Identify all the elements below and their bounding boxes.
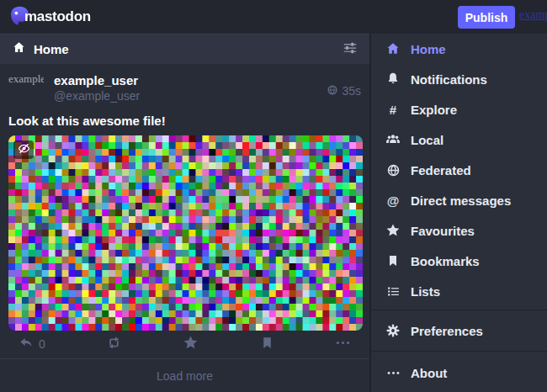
navigation-panel: Home Notifications # Explore Local: [371, 34, 547, 392]
sidebar-item-label: Favourites: [411, 224, 475, 238]
sidebar-item-label: About: [411, 366, 447, 380]
globe-icon: [385, 163, 401, 177]
users-icon: [385, 132, 401, 147]
bookmark-icon: [385, 254, 401, 268]
eye-slash-icon: [18, 142, 30, 157]
column-title: Home: [34, 42, 69, 56]
load-more-button[interactable]: Load more: [0, 358, 369, 392]
hashtag-icon: #: [385, 103, 401, 116]
sidebar-item-direct-messages[interactable]: @ Direct messages: [371, 185, 547, 215]
status: example_user example_user @example_user …: [0, 64, 369, 358]
publish-button[interactable]: Publish: [458, 6, 515, 29]
home-icon: [385, 41, 401, 56]
status-meta[interactable]: 35s: [327, 72, 361, 108]
home-column: Home example_user example_user @example_…: [0, 34, 371, 392]
home-icon: [12, 40, 26, 58]
mastodon-logo[interactable]: mastodon: [8, 5, 91, 28]
relative-time: 35s: [342, 84, 361, 98]
status-action-bar: 0: [8, 331, 361, 358]
globe-icon: [327, 84, 338, 98]
star-icon: [385, 223, 401, 238]
favourite-button[interactable]: [183, 335, 199, 353]
sidebar-section-about: About: [371, 351, 547, 388]
sidebar-item-lists[interactable]: Lists: [371, 276, 547, 306]
boost-button[interactable]: [106, 335, 122, 353]
sidebar-item-label: Direct messages: [411, 193, 511, 208]
ellipsis-icon: [335, 335, 351, 353]
sidebar-item-favourites[interactable]: Favourites: [371, 215, 547, 246]
sidebar-item-about[interactable]: About: [371, 358, 547, 388]
avatar[interactable]: example_user: [8, 72, 44, 108]
list-icon: [385, 284, 401, 299]
sidebar-item-bookmarks[interactable]: Bookmarks: [371, 246, 547, 276]
gear-icon: [385, 323, 401, 338]
hide-media-button[interactable]: [13, 140, 34, 159]
sidebar-item-label: Home: [411, 42, 446, 56]
more-button[interactable]: [335, 335, 351, 353]
sidebar-item-preferences[interactable]: Preferences: [371, 315, 547, 346]
main-layout: Home example_user example_user @example_…: [0, 34, 547, 392]
reply-count: 0: [39, 337, 45, 351]
sidebar-item-label: Preferences: [411, 324, 483, 338]
sidebar-item-home[interactable]: Home: [371, 34, 547, 64]
account-names[interactable]: example_user @example_user: [54, 72, 327, 108]
star-icon: [183, 335, 199, 353]
column-header[interactable]: Home: [0, 34, 369, 64]
bookmark-icon: [260, 336, 274, 352]
sidebar-item-explore[interactable]: # Explore: [371, 94, 547, 124]
reply-icon: [19, 336, 34, 353]
display-name: example_user: [54, 72, 327, 88]
brand-wordmark: mastodon: [24, 8, 91, 25]
reply-button[interactable]: 0: [19, 336, 45, 353]
sidebar-item-label: Federated: [411, 163, 471, 177]
sidebar-item-label: Local: [411, 133, 443, 147]
media-attachment[interactable]: [8, 135, 363, 331]
sidebar-item-label: Notifications: [411, 72, 487, 87]
status-content: Look at this awesome file!: [8, 113, 361, 129]
corner-user-link[interactable]: example_user: [519, 8, 547, 22]
sidebar-item-label: Explore: [411, 103, 457, 117]
at-icon: @: [385, 194, 401, 207]
ellipsis-icon: [385, 366, 401, 380]
sidebar-item-label: Lists: [411, 284, 440, 299]
sliders-icon[interactable]: [343, 40, 358, 59]
top-bar: mastodon Publish example_user: [0, 0, 547, 34]
bell-icon: [385, 72, 401, 87]
sidebar-section-preferences: Preferences: [371, 310, 547, 346]
sidebar-item-label: Bookmarks: [411, 254, 480, 268]
sidebar-item-local[interactable]: Local: [371, 124, 547, 155]
attachment-canvas: [8, 135, 363, 331]
account-handle: @example_user: [54, 88, 327, 103]
sidebar-item-federated[interactable]: Federated: [371, 155, 547, 185]
boost-icon: [106, 335, 122, 353]
bookmark-button[interactable]: [260, 336, 274, 352]
status-header: example_user example_user @example_user …: [8, 72, 361, 108]
sidebar-item-notifications[interactable]: Notifications: [371, 64, 547, 94]
